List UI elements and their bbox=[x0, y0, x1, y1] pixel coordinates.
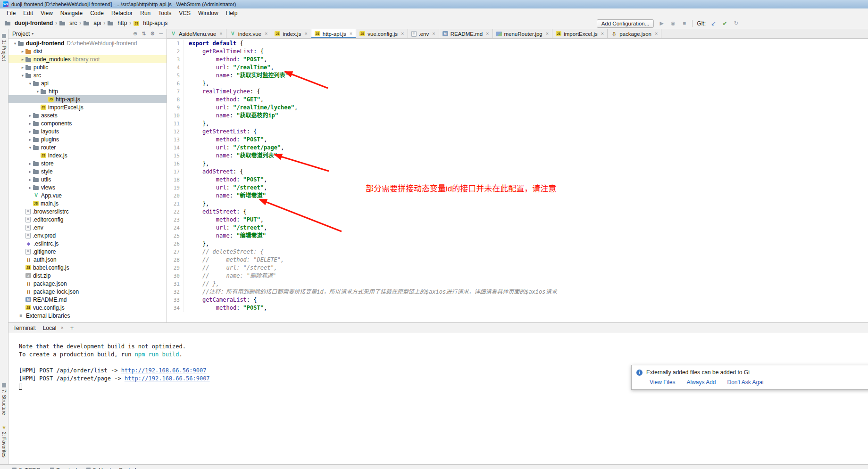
tree-item-dist[interactable]: ▸dist bbox=[8, 47, 167, 55]
notification-action-view-files[interactable]: View Files bbox=[650, 379, 675, 386]
breadcrumb-item-api[interactable]: api bbox=[83, 20, 101, 26]
terminal-link[interactable]: http://192.168.66.56:9007 bbox=[121, 367, 207, 374]
close-tab-icon[interactable]: × bbox=[486, 31, 489, 36]
code-line-33[interactable]: 33 getCameraList: { bbox=[167, 296, 868, 304]
menu-vcs[interactable]: VCS bbox=[175, 8, 194, 17]
code-line-21[interactable]: 21 }, bbox=[167, 200, 868, 208]
chevron-right-icon[interactable]: ▸ bbox=[27, 129, 33, 134]
tree-item-node-modules[interactable]: ▸node_moduleslibrary root bbox=[8, 55, 167, 63]
collapse-all-icon[interactable]: ⇅ bbox=[142, 31, 146, 37]
tree-item-external-libraries[interactable]: ≡External Libraries bbox=[8, 312, 167, 320]
tree-item-vue-config-js[interactable]: JSvue.config.js bbox=[8, 304, 167, 312]
menu-run[interactable]: Run bbox=[136, 8, 154, 17]
code-line-22[interactable]: 22 editStreet: { bbox=[167, 208, 868, 216]
notification-action-always-add[interactable]: Always Add bbox=[686, 379, 716, 386]
tree-item-assets[interactable]: ▸assets bbox=[8, 111, 167, 119]
code-line-27[interactable]: 27 // deleteStreet: { bbox=[167, 248, 868, 256]
chevron-right-icon[interactable]: ▸ bbox=[27, 121, 33, 126]
settings-gear-icon[interactable]: ⚙ bbox=[150, 31, 155, 37]
code-line-4[interactable]: 4 url: "/realTime", bbox=[167, 64, 868, 72]
code-line-34[interactable]: 34 method: "POST", bbox=[167, 304, 868, 312]
code-line-31[interactable]: 31 // }, bbox=[167, 280, 868, 288]
stripe-project-button[interactable]: 1: Project bbox=[1, 34, 7, 61]
tree-item-http-api-js[interactable]: JShttp-api.js bbox=[8, 95, 167, 103]
code-line-13[interactable]: 13 method: "POST", bbox=[167, 136, 868, 144]
breadcrumb-item-http-api-js[interactable]: JShttp-api.js bbox=[134, 20, 167, 26]
tree-item-package-json[interactable]: {}package.json bbox=[8, 280, 167, 288]
terminal-output[interactable]: Note that the development build is not o… bbox=[8, 333, 868, 464]
tree-item-store[interactable]: ▸store bbox=[8, 159, 167, 167]
stripe-structure-button[interactable]: 7: Structure bbox=[1, 383, 7, 415]
editor-tab-importexcel-js[interactable]: JSimportExcel.js× bbox=[552, 29, 608, 38]
stop-icon[interactable]: ■ bbox=[681, 21, 688, 26]
menu-file[interactable]: File bbox=[3, 8, 19, 17]
code-line-3[interactable]: 3 method: "POST", bbox=[167, 56, 868, 64]
close-tab-icon[interactable]: × bbox=[265, 31, 267, 36]
editor-tab-menurouter-jpg[interactable]: menuRouter.jpg× bbox=[493, 29, 553, 38]
editor-tab-index-js[interactable]: JSindex.js× bbox=[271, 29, 311, 38]
tree-item-plugins[interactable]: ▸plugins bbox=[8, 135, 167, 143]
tree-item-http[interactable]: ▾http bbox=[8, 87, 167, 95]
chevron-down-icon[interactable]: ▾ bbox=[27, 145, 33, 150]
breadcrumb-item-duoji-frontend[interactable]: duoji-frontend bbox=[5, 20, 53, 26]
tree-item-editorconfig[interactable]: ≡.editorconfig bbox=[8, 215, 167, 223]
tree-item-src[interactable]: ▾src bbox=[8, 71, 167, 79]
tree-item-utils[interactable]: ▸utils bbox=[8, 175, 167, 183]
tree-item-style[interactable]: ▸style bbox=[8, 167, 167, 175]
tree-item-package-lock-json[interactable]: {}package-lock.json bbox=[8, 288, 167, 296]
chevron-right-icon[interactable]: ▸ bbox=[20, 65, 25, 70]
code-line-7[interactable]: 7 realTimeLychee: { bbox=[167, 88, 868, 96]
locate-file-icon[interactable]: ⊕ bbox=[133, 31, 137, 37]
code-line-32[interactable]: 32 //注释：所有用到删除的接口都需要拼接变量id，所以请求方式采用了挂载在原… bbox=[167, 288, 868, 296]
menu-tools[interactable]: Tools bbox=[154, 8, 175, 17]
run-icon[interactable]: ▶ bbox=[658, 21, 665, 26]
tree-item-components[interactable]: ▸components bbox=[8, 119, 167, 127]
editor-tab-index-vue[interactable]: Vindex.vue× bbox=[226, 29, 272, 38]
debug-icon[interactable]: ◉ bbox=[669, 21, 676, 26]
chevron-right-icon[interactable]: ▸ bbox=[27, 161, 33, 166]
close-tab-icon[interactable]: × bbox=[655, 31, 658, 36]
stripe-favorites-button[interactable]: ★ 2: Favorites bbox=[1, 425, 7, 458]
project-panel-title[interactable]: Project bbox=[12, 31, 30, 37]
tree-item-duoji-frontend[interactable]: ▾duoji-frontendD:\zheheWeb\duoji-fronten… bbox=[8, 39, 167, 47]
code-line-23[interactable]: 23 method: "PUT", bbox=[167, 216, 868, 224]
code-line-6[interactable]: 6 }, bbox=[167, 80, 868, 88]
status-item-terminal[interactable]: Terminal bbox=[50, 467, 77, 469]
menu-refactor[interactable]: Refactor bbox=[108, 8, 136, 17]
code-line-14[interactable]: 14 url: "/street/page", bbox=[167, 144, 868, 152]
tree-item-dist-zip[interactable]: Zdist.zip bbox=[8, 272, 167, 280]
tree-item-app-vue[interactable]: VApp.vue bbox=[8, 191, 167, 199]
code-line-2[interactable]: 2 getRealTimeList: { bbox=[167, 48, 868, 56]
tree-item-babel-config-js[interactable]: JSbabel.config.js bbox=[8, 263, 167, 272]
editor-tab-http-api-js[interactable]: JShttp-api.js× bbox=[311, 29, 356, 38]
editor-tab-package-json[interactable]: {}package.json× bbox=[608, 29, 661, 38]
editor-tab-readme-md[interactable]: MREADME.md× bbox=[439, 29, 493, 38]
close-tab-icon[interactable]: × bbox=[304, 31, 307, 36]
menu-navigate[interactable]: Navigate bbox=[57, 8, 86, 17]
status-item-9-version-control[interactable]: 9: Version Control bbox=[86, 467, 136, 469]
tree-item-gitignore[interactable]: ≡.gitignore bbox=[8, 247, 167, 255]
terminal-tab-local[interactable]: Local × bbox=[43, 325, 64, 331]
code-line-1[interactable]: 1export default { bbox=[167, 40, 868, 48]
breadcrumb-item-src[interactable]: src bbox=[59, 20, 77, 26]
code-line-11[interactable]: 11 }, bbox=[167, 120, 868, 128]
chevron-down-icon[interactable]: ▾ bbox=[27, 81, 33, 86]
code-line-12[interactable]: 12 getStreetList: { bbox=[167, 128, 868, 136]
code-line-30[interactable]: 30 // name: "删除巷道" bbox=[167, 272, 868, 280]
tree-item-api[interactable]: ▾api bbox=[8, 79, 167, 87]
close-tab-icon[interactable]: × bbox=[219, 31, 222, 36]
tree-item-main-js[interactable]: JSmain.js bbox=[8, 199, 167, 207]
menu-view[interactable]: View bbox=[37, 8, 57, 17]
menu-code[interactable]: Code bbox=[86, 8, 108, 17]
tree-item-public[interactable]: ▸public bbox=[8, 63, 167, 71]
git-update-icon[interactable]: ↙ bbox=[710, 20, 717, 26]
close-tab-icon[interactable]: × bbox=[350, 31, 352, 36]
status-item-6-todo[interactable]: 6: TODO bbox=[12, 467, 41, 469]
chevron-down-icon[interactable]: ▾ bbox=[32, 32, 33, 36]
terminal-link[interactable]: http://192.168.66.56:9007 bbox=[125, 375, 210, 382]
code-line-5[interactable]: 5 name: "获取实时监控列表" bbox=[167, 72, 868, 80]
code-line-24[interactable]: 24 url: "/street", bbox=[167, 224, 868, 232]
chevron-right-icon[interactable]: ▸ bbox=[27, 137, 33, 142]
menu-help[interactable]: Help bbox=[222, 8, 242, 17]
tree-item-auth-json[interactable]: {}auth.json bbox=[8, 255, 167, 263]
